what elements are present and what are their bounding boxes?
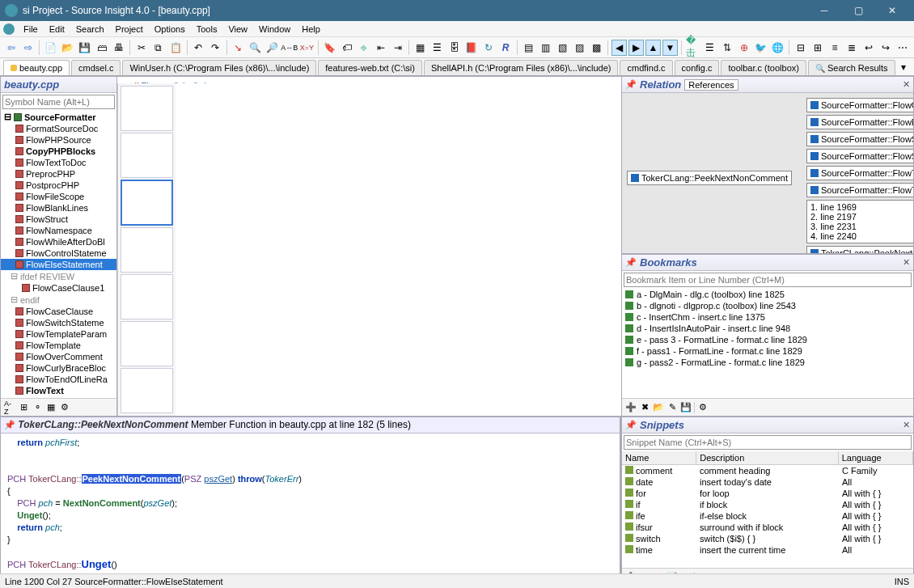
relation-close-button[interactable]: ✕ xyxy=(903,79,910,90)
layout5-button[interactable]: ▩ xyxy=(589,40,604,56)
search-files-button[interactable]: 🔎 xyxy=(264,40,280,56)
code-editor[interactable]: // Flow an "else" clause FLAG SourceForm… xyxy=(117,77,621,83)
tree-item[interactable]: CopyPHPBlocks xyxy=(1,146,116,157)
snip-pin-icon[interactable]: 📌 xyxy=(625,420,637,431)
relation-center-node[interactable]: TokerCLang::PeekNextNonComment xyxy=(627,171,792,185)
bookmark-item[interactable]: f - pass1 - FormatLine - format.c line 1… xyxy=(622,345,913,357)
wrap-button[interactable]: ↩ xyxy=(861,40,877,56)
paste-button[interactable]: 📋 xyxy=(167,40,183,56)
snippet-search-input[interactable] xyxy=(624,435,912,450)
relation-node[interactable]: SourceFormatter::FlowText xyxy=(806,183,914,197)
tag-button[interactable]: 🏷 xyxy=(339,40,354,56)
filter-button[interactable]: ⚬ xyxy=(32,402,43,413)
minimize-button[interactable]: ─ xyxy=(807,0,841,21)
bm-settings-button[interactable]: ⚙ xyxy=(697,402,709,413)
snippet-row[interactable]: timeinsert the current timeAll xyxy=(622,544,913,556)
bookmark-item[interactable]: g - pass2 - FormatLine - format.c line 1… xyxy=(622,357,913,368)
tree-view-button[interactable]: ⊞ xyxy=(18,402,29,413)
tab[interactable]: ShellAPI.h (C:\Program Files (x86)\...\i… xyxy=(424,60,619,75)
snippet-row[interactable]: forfor loopAll with { } xyxy=(622,488,913,499)
menu-search[interactable]: Search xyxy=(70,23,110,36)
indent-right-button[interactable]: ⇥ xyxy=(390,40,405,56)
tree-item[interactable]: FlowSwitchStateme xyxy=(1,317,116,328)
nav-fwd-button[interactable]: ⇨ xyxy=(20,40,36,56)
tab[interactable]: 🔍Search Results xyxy=(808,60,895,75)
bm-open-button[interactable]: 📂 xyxy=(653,402,664,413)
relation-node[interactable]: SourceFormatter::FlowStruct xyxy=(806,132,914,146)
layout2-button[interactable]: ▥ xyxy=(538,40,553,56)
relation-button[interactable]: R xyxy=(498,40,514,56)
bookmark-item[interactable]: c - InsertChm - insert.c line 1375 xyxy=(622,311,913,323)
bm-add-button[interactable]: ➕ xyxy=(625,402,637,413)
tab[interactable]: beauty.cpp xyxy=(3,60,70,75)
tree-item[interactable]: FlowBlankLines xyxy=(1,202,116,214)
tree-item[interactable]: FlowControlStateme xyxy=(1,247,116,259)
tree-item[interactable]: FlowTemplate xyxy=(1,340,116,351)
tree-item[interactable]: FlowFileScope xyxy=(1,191,116,202)
sort-button[interactable]: ⇅ xyxy=(719,40,734,56)
snippet-row[interactable]: ifeif-else blockAll with { } xyxy=(622,510,913,522)
print-button[interactable]: 🖶 xyxy=(111,40,126,56)
tree-item[interactable]: FlowTextToDoc xyxy=(1,157,116,168)
ref-fwd-button[interactable]: ▶ xyxy=(628,40,644,56)
maximize-button[interactable]: ▢ xyxy=(841,0,875,21)
bm-del-button[interactable]: ✖ xyxy=(639,402,650,413)
fold-button[interactable]: ≡ xyxy=(827,40,842,56)
tree-item[interactable]: FlowElseStatement xyxy=(1,259,116,270)
database-button[interactable]: 🗄 xyxy=(446,40,462,56)
sort-az-button[interactable]: A-Z xyxy=(4,402,15,413)
bookmark-item[interactable]: a - DlgMain - dlg.c (toolbox) line 1825 xyxy=(622,289,913,300)
snip-col[interactable]: Language xyxy=(839,451,913,464)
bookmark-item[interactable]: d - InsertIsInAutoPair - insert.c line 9… xyxy=(622,323,913,334)
cut-button[interactable]: ✂ xyxy=(133,40,149,56)
tab-dropdown-button[interactable]: ▾ xyxy=(897,59,911,75)
tree-root[interactable]: ⊟ SourceFormatter xyxy=(1,111,116,123)
settings-icon[interactable]: ⚙ xyxy=(59,402,70,413)
goto-line-button[interactable]: ↘ xyxy=(231,40,246,56)
bookmark-icon[interactable]: 🔖 xyxy=(322,40,337,56)
bookmarks-close-button[interactable]: ✕ xyxy=(903,257,910,268)
menu-options[interactable]: Options xyxy=(149,23,191,36)
snippet-row[interactable]: dateinsert today's dateAll xyxy=(622,476,913,488)
tab[interactable]: features-web.txt (C:\si) xyxy=(318,60,422,75)
tree-item[interactable]: FormatSourceDoc xyxy=(1,123,116,134)
target-button[interactable]: ⊕ xyxy=(736,40,751,56)
tree-item[interactable]: PostprocPHP xyxy=(1,180,116,191)
ref-back-button[interactable]: ◀ xyxy=(611,40,627,56)
undo-button[interactable]: ↶ xyxy=(190,40,205,56)
snippet-row[interactable]: ifsursurround with if blockAll with { } xyxy=(622,522,913,533)
menu-edit[interactable]: Edit xyxy=(44,23,70,36)
menu-window[interactable]: Window xyxy=(253,23,296,36)
relation-node[interactable]: SourceFormatter::FlowSwitchStatement xyxy=(806,149,914,163)
pin-icon[interactable]: 📌 xyxy=(625,79,637,91)
open-file-button[interactable]: 📂 xyxy=(60,40,75,56)
ctx-pin-icon[interactable]: 📌 xyxy=(4,420,15,431)
collapse-button[interactable]: ⊟ xyxy=(793,40,808,56)
snippet-row[interactable]: switchswitch ($i$) { }All with { } xyxy=(622,533,913,544)
menu-project[interactable]: Project xyxy=(110,23,149,36)
nav-back-button[interactable]: ⇦ xyxy=(3,40,19,56)
save-all-button[interactable]: 🗃 xyxy=(94,40,109,56)
snippet-row[interactable]: commentcomment headingC Family xyxy=(622,465,913,476)
layout1-button[interactable]: ▤ xyxy=(521,40,536,56)
bm-edit-button[interactable]: ✎ xyxy=(666,402,678,413)
tree-button[interactable]: �击 xyxy=(685,40,700,56)
tab[interactable]: cmdsel.c xyxy=(71,60,121,75)
bird-icon[interactable]: 🐦 xyxy=(753,40,768,56)
tab[interactable]: toolbar.c (toolbox) xyxy=(721,60,806,75)
tree-item[interactable]: FlowToEndOfLineRa xyxy=(1,374,116,385)
redo-button[interactable]: ↷ xyxy=(208,40,223,56)
bookmark-pin-icon[interactable]: 📌 xyxy=(625,257,637,269)
tree-item[interactable]: FlowTemplateParam xyxy=(1,328,116,340)
book-button[interactable]: 📕 xyxy=(463,40,479,56)
symbol-search-input[interactable] xyxy=(2,95,115,109)
relation-node[interactable]: SourceFormatter::FlowControlStatemen xyxy=(806,98,914,112)
save-button[interactable]: 💾 xyxy=(77,40,92,56)
unfold-button[interactable]: ≣ xyxy=(844,40,860,56)
link-button[interactable]: ⎆ xyxy=(356,40,371,56)
replace-button[interactable]: A↔B xyxy=(281,40,298,56)
menu-help[interactable]: Help xyxy=(296,23,326,36)
snip-col[interactable]: Description xyxy=(696,451,839,464)
snippet-row[interactable]: ifif blockAll with { } xyxy=(622,499,913,510)
bookmark-item[interactable]: b - dlgnoti - dlgprop.c (toolbox) line 2… xyxy=(622,300,913,311)
